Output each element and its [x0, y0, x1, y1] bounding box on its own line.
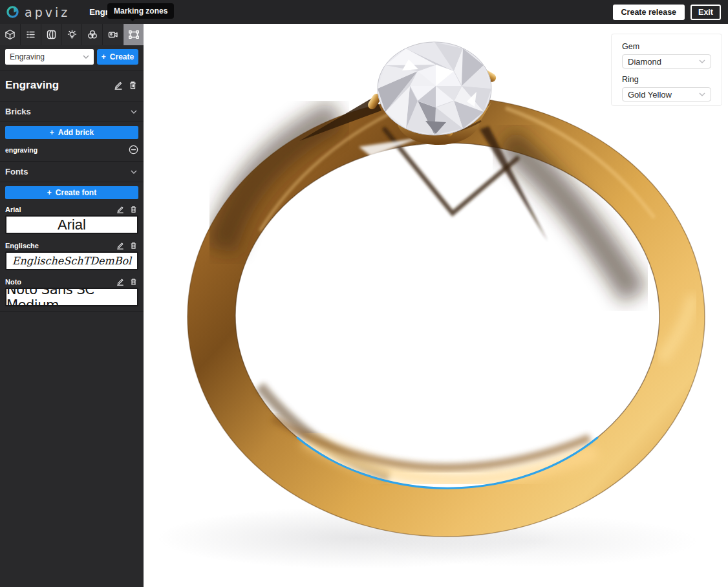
edit-zone-button[interactable] — [114, 81, 123, 90]
ring-select[interactable]: Gold Yellow — [622, 87, 711, 101]
chevron-down-icon — [131, 170, 137, 174]
trash-icon — [130, 206, 137, 213]
font-preview-englische[interactable]: EnglischeSchTDemBol — [5, 251, 138, 270]
app-window: apviz Engraving P Create release Exit Ma… — [0, 0, 728, 587]
plus-icon: + — [102, 52, 106, 61]
font-item-arial: Arial Arial — [0, 202, 144, 239]
font-preview-noto[interactable]: Noto Sans SC Medium — [5, 288, 138, 306]
edit-pencil-icon — [116, 242, 124, 250]
chevron-down-icon — [83, 55, 89, 59]
edit-font-button[interactable] — [116, 206, 124, 213]
font-preview-arial[interactable]: Arial — [5, 215, 138, 234]
delete-font-button[interactable] — [130, 278, 137, 286]
marking-zones-tooltip: Marking zones — [107, 3, 174, 19]
color-circles-icon — [87, 29, 98, 40]
chevron-down-icon — [699, 92, 705, 96]
apviz-logo-icon — [5, 5, 20, 19]
delete-font-button[interactable] — [130, 206, 137, 213]
fonts-section-header[interactable]: Fonts — [0, 161, 144, 182]
chevron-down-icon — [131, 110, 137, 114]
add-brick-button[interactable]: + Add brick — [5, 126, 138, 139]
canvas-area: Gem Diamond Ring Gold Yellow — [144, 24, 728, 587]
diamond — [378, 42, 491, 135]
light-bulb-icon — [67, 29, 78, 40]
marking-zones-icon — [128, 29, 140, 40]
toolbar-color-circles-button[interactable] — [82, 24, 103, 45]
edit-pencil-icon — [114, 81, 123, 90]
create-zone-button[interactable]: + Create — [97, 49, 138, 65]
toolbar-marking-zones-button[interactable] — [123, 24, 144, 45]
viewport-3d[interactable] — [144, 24, 728, 587]
delete-zone-button[interactable] — [129, 81, 137, 90]
brick-item[interactable]: engraving — [0, 142, 144, 161]
logo-text: apviz — [25, 5, 70, 19]
toolbar-lighting-button[interactable] — [62, 24, 83, 45]
font-item-noto: Noto Noto Sans SC Medium — [0, 275, 144, 311]
toolbar-camera-button[interactable] — [103, 24, 123, 45]
cube-3d-icon — [5, 29, 16, 40]
gem-label: Gem — [622, 42, 711, 51]
ring-band — [187, 96, 705, 537]
edit-pencil-icon — [116, 206, 124, 213]
list-icon — [25, 29, 36, 40]
ring-3d-render — [144, 24, 728, 587]
edit-font-button[interactable] — [116, 278, 124, 286]
bricks-section-header[interactable]: Bricks — [0, 101, 144, 122]
mode-toolbar — [0, 24, 144, 45]
create-font-button[interactable]: + Create font — [5, 186, 138, 199]
edit-font-button[interactable] — [116, 242, 124, 250]
edit-pencil-icon — [116, 278, 124, 286]
gem-select[interactable]: Diamond — [622, 54, 711, 69]
sidebar: Engraving + Create Engraving Br — [0, 45, 144, 587]
minus-circle-icon — [129, 145, 138, 155]
chevron-down-icon — [699, 59, 705, 63]
create-release-button[interactable]: Create release — [613, 5, 685, 20]
configuration-panel: Gem Diamond Ring Gold Yellow — [611, 34, 722, 106]
plus-icon: + — [50, 128, 54, 137]
plus-icon: + — [47, 188, 52, 197]
delete-font-button[interactable] — [130, 242, 137, 250]
font-item-englische: Englische EnglischeSchTDemBol — [0, 239, 144, 275]
materials-icon — [46, 29, 57, 40]
toolbar-list-button[interactable] — [21, 24, 41, 45]
camera-icon — [107, 29, 119, 40]
zone-title: Engraving — [5, 79, 108, 92]
trash-icon — [130, 278, 137, 286]
toolbar-cube-3d-button[interactable] — [0, 24, 21, 45]
ring-label: Ring — [622, 75, 711, 84]
trash-icon — [129, 81, 137, 90]
zone-type-select[interactable]: Engraving — [5, 49, 94, 65]
toolbar-materials-button[interactable] — [41, 24, 62, 45]
trash-icon — [130, 242, 137, 250]
remove-brick-button[interactable] — [129, 145, 138, 155]
exit-button[interactable]: Exit — [691, 5, 721, 20]
logo: apviz — [5, 5, 70, 19]
